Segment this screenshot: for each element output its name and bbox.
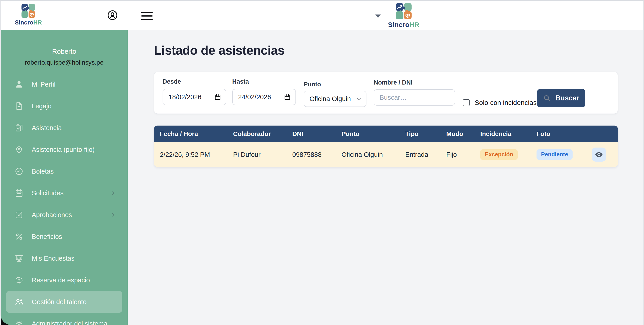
filter-hasta: Hasta — [232, 78, 296, 105]
clock-icon — [14, 167, 24, 176]
punto-select[interactable]: Oficina Olguin — [304, 91, 366, 107]
percent-icon — [14, 232, 24, 241]
col-header-foto: Foto — [530, 126, 586, 142]
sincrohr-logo-icon — [395, 3, 412, 19]
sidebar-item-label: Beneficios — [32, 233, 62, 241]
eye-icon — [594, 150, 603, 159]
solo-incidencias-group: Solo con incidencias — [463, 99, 537, 106]
sidebar-item-label: Aprobaciones — [32, 211, 72, 219]
desde-date-field[interactable] — [162, 89, 226, 105]
sidebar-item-mis-encuestas[interactable]: Mis Encuestas — [6, 248, 122, 269]
desde-date-input[interactable] — [163, 93, 214, 101]
attendance-table: Fecha / Hora Colaborador DNI Punto Tipo … — [154, 126, 618, 167]
view-button[interactable] — [592, 148, 606, 162]
sidebar-item-label: Mi Perfil — [32, 81, 56, 88]
sincrohr-logo-icon — [21, 4, 36, 18]
desde-label: Desde — [162, 78, 226, 85]
sidebar-item-aprobaciones[interactable]: Aprobaciones — [6, 204, 122, 226]
sidebar-item-label: Asistencia (punto fijo) — [32, 146, 94, 153]
app-window: SincroHR — [0, 0, 644, 325]
sidebar-item-asistencia[interactable]: Asistencia — [6, 117, 122, 139]
brand-wordmark: SincroHR — [15, 19, 42, 26]
cell-actions — [586, 142, 618, 167]
brand-wordmark: SincroHR — [388, 21, 419, 28]
nombre-dni-field[interactable] — [374, 89, 455, 106]
nombre-dni-label: Nombre / DNI — [374, 79, 455, 86]
cell-fecha-hora: 2/22/26, 9:52 PM — [154, 142, 227, 167]
filter-nombre-dni: Nombre / DNI — [374, 79, 455, 106]
app-logo[interactable]: SincroHR — [15, 4, 42, 26]
chevron-right-icon — [110, 191, 116, 196]
app-logo-center[interactable]: SincroHR — [388, 3, 419, 28]
page-title: Listado de asistencias — [154, 43, 643, 57]
col-header-actions — [586, 126, 618, 142]
chevron-down-icon — [356, 96, 362, 102]
cell-incidencia: Excepción — [474, 142, 530, 167]
gear-icon — [14, 319, 24, 325]
sidebar-item-beneficios[interactable]: Beneficios — [6, 226, 122, 248]
col-header-colaborador: Colaborador — [227, 126, 286, 142]
file-text-icon — [14, 101, 24, 111]
solo-incidencias-label: Solo con incidencias — [474, 99, 537, 106]
move-space-icon — [14, 276, 24, 285]
sidebar-item-gestion-del-talento[interactable]: Gestión del talento — [6, 291, 122, 313]
map-pin-icon — [14, 145, 24, 154]
hasta-label: Hasta — [232, 78, 296, 85]
sidebar-item-label: Asistencia — [32, 124, 62, 132]
sidebar-item-solicitudes[interactable]: Solicitudes — [6, 182, 122, 204]
col-header-tipo: Tipo — [399, 126, 440, 142]
sidebar-item-administrador-del-sistema[interactable]: Administrador del sistema — [6, 313, 122, 325]
sidebar-menu: Mi Perfil Legajo Asi — [1, 73, 128, 325]
topbar: SincroHR — [1, 1, 643, 30]
account-icon[interactable] — [107, 9, 118, 21]
sidebar-item-legajo[interactable]: Legajo — [6, 95, 122, 117]
presentation-chart-icon — [14, 254, 24, 263]
incidencia-badge: Excepción — [480, 149, 518, 160]
filters-card: Desde Hasta — [154, 72, 618, 114]
main-content: Listado de asistencias Desde H — [128, 30, 643, 325]
col-header-modo: Modo — [440, 126, 474, 142]
cell-foto: Pendiente — [530, 142, 586, 167]
punto-selected-value: Oficina Olguin — [304, 95, 356, 103]
buscar-button[interactable]: Buscar — [537, 89, 585, 107]
sidebar-item-label: Reserva de espacio — [32, 277, 90, 284]
buscar-button-label: Buscar — [555, 94, 579, 102]
sidebar-item-label: Legajo — [32, 102, 52, 110]
sidebar-item-label: Mis Encuestas — [32, 255, 74, 262]
users-icon — [14, 297, 24, 307]
sidebar-item-label: Solicitudes — [32, 189, 64, 197]
sidebar: Roberto roberto.quispe@holinsys.pe Mi Pe… — [1, 30, 128, 325]
sidebar-item-mi-perfil[interactable]: Mi Perfil — [6, 73, 122, 95]
punto-label: Punto — [304, 81, 366, 88]
col-header-dni: DNI — [286, 126, 336, 142]
sidebar-item-asistencia-punto-fijo[interactable]: Asistencia (punto fijo) — [6, 139, 122, 160]
clipboard-check-icon — [14, 123, 24, 132]
sidebar-item-reserva-de-espacio[interactable]: Reserva de espacio — [6, 269, 122, 291]
nombre-dni-input[interactable] — [374, 94, 455, 101]
filter-punto: Punto Oficina Olguin — [304, 81, 366, 107]
foto-status-badge: Pendiente — [536, 149, 572, 160]
calendar-icon[interactable] — [284, 93, 291, 101]
solo-incidencias-checkbox[interactable] — [463, 99, 470, 106]
hasta-date-field[interactable] — [232, 89, 296, 105]
cell-colaborador: Pi Dufour — [227, 142, 286, 167]
chevron-down-icon[interactable] — [375, 14, 381, 18]
filter-desde: Desde — [162, 78, 226, 105]
check-square-icon — [14, 210, 24, 219]
table-row[interactable]: 2/22/26, 9:52 PM Pi Dufour 09875888 Ofic… — [154, 142, 618, 167]
hasta-date-input[interactable] — [233, 93, 284, 101]
calendar-icon[interactable] — [214, 93, 221, 101]
col-header-fecha-hora: Fecha / Hora — [154, 126, 227, 142]
cell-modo: Fijo — [440, 142, 474, 167]
user-name: Roberto — [1, 48, 128, 55]
chevron-right-icon — [110, 212, 116, 217]
menu-icon[interactable] — [141, 12, 152, 20]
sidebar-item-label: Administrador del sistema — [32, 320, 108, 325]
col-header-incidencia: Incidencia — [474, 126, 530, 142]
sidebar-item-boletas[interactable]: Boletas — [6, 160, 122, 182]
col-header-punto: Punto — [336, 126, 399, 142]
cell-dni: 09875888 — [286, 142, 336, 167]
cell-punto: Oficina Olguin — [336, 142, 399, 167]
user-email: roberto.quispe@holinsys.pe — [1, 59, 128, 66]
calendar-icon — [14, 189, 24, 198]
